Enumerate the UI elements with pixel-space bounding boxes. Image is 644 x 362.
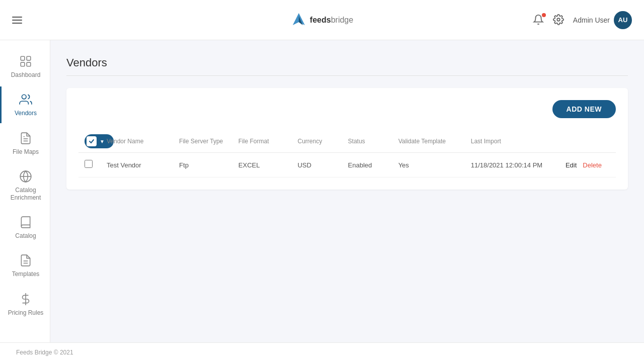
th-file-format: File Format [238, 138, 292, 145]
row-checkbox[interactable] [85, 160, 93, 168]
dashboard-icon [19, 54, 33, 68]
table-row: Test Vendor Ftp EXCEL USD Enabled Yes 11… [78, 153, 616, 177]
user-info: Admin User AU [573, 11, 632, 29]
sidebar-item-label-pricing-rules: Pricing Rules [8, 309, 44, 316]
catalog-icon [19, 215, 33, 229]
add-new-button[interactable]: ADD NEW [552, 100, 616, 118]
logo-svg [291, 12, 307, 28]
sidebar-item-vendors[interactable]: Vendors [0, 86, 50, 123]
svg-rect-4 [27, 56, 31, 60]
footer-copyright: Feeds Bridge © 2021 [16, 349, 73, 356]
check-box-inner [87, 136, 97, 146]
sidebar-item-dashboard[interactable]: Dashboard [0, 48, 50, 84]
th-vendor-name: Vendor Name [107, 138, 173, 145]
logo: feedsbridge [291, 12, 353, 28]
settings-icon[interactable] [553, 14, 565, 26]
notification-badge [542, 13, 546, 17]
avatar: AU [614, 11, 632, 29]
td-file-server: Ftp [179, 161, 232, 169]
sidebar-item-label-file-maps: File Maps [13, 148, 39, 155]
file-maps-icon [19, 131, 33, 145]
page-title: Vendors [66, 56, 628, 76]
main-content: Vendors ADD NEW ▼ [50, 40, 644, 342]
edit-link[interactable]: Edit [566, 161, 577, 169]
sidebar-item-catalog[interactable]: Catalog [0, 209, 50, 245]
col-check-header: ▼ [85, 134, 101, 148]
svg-point-7 [22, 95, 26, 100]
sidebar-item-label-templates: Templates [12, 270, 40, 278]
user-name: Admin User [573, 16, 610, 24]
svg-rect-6 [27, 62, 31, 66]
header-left [12, 17, 22, 24]
header-right: Admin User AU [533, 11, 632, 29]
sidebar-item-catalog-enrichment[interactable]: Catalog Enrichment [0, 163, 50, 207]
pricing-rules-icon [19, 292, 33, 306]
sidebar: Dashboard Vendors [0, 40, 50, 342]
td-currency: USD [297, 161, 342, 169]
table-header: ▼ Vendor Name File Server Type File Form… [78, 130, 616, 153]
th-validate: Validate Template [398, 138, 465, 145]
th-file-server: File Server Type [179, 138, 232, 145]
svg-rect-5 [21, 62, 25, 66]
td-actions: Edit Delete [566, 161, 610, 169]
svg-rect-3 [21, 56, 25, 60]
sidebar-item-label-vendors: Vendors [15, 110, 37, 117]
sidebar-item-label-catalog: Catalog [15, 232, 36, 239]
vendors-icon [19, 93, 33, 107]
header: feedsbridge Admin User AU [0, 0, 644, 40]
app-body: Dashboard Vendors [0, 40, 644, 342]
bell-icon[interactable] [533, 14, 545, 26]
hamburger-icon[interactable] [12, 17, 22, 24]
delete-link[interactable]: Delete [583, 161, 602, 169]
sidebar-item-file-maps[interactable]: File Maps [0, 125, 50, 161]
footer: Feeds Bridge © 2021 [0, 342, 644, 362]
toolbar: ADD NEW [78, 100, 616, 118]
sidebar-item-label-dashboard: Dashboard [11, 71, 41, 78]
td-validate: Yes [398, 161, 465, 169]
sidebar-item-templates[interactable]: Templates [0, 247, 50, 284]
th-last-import: Last Import [471, 138, 559, 145]
td-vendor-name: Test Vendor [107, 161, 173, 169]
td-file-format: EXCEL [238, 161, 292, 169]
row-check-cell [85, 160, 101, 170]
td-last-import: 11/18/2021 12:00:14 PM [471, 161, 559, 169]
toggle-arrow: ▼ [100, 139, 105, 144]
templates-icon [19, 253, 33, 267]
logo-text: feedsbridge [310, 16, 353, 25]
td-status: Enabled [348, 161, 392, 169]
sidebar-item-label-catalog-enrichment: Catalog Enrichment [6, 187, 46, 201]
catalog-enrichment-icon [19, 169, 33, 184]
th-status: Status [348, 138, 392, 145]
vendors-card: ADD NEW ▼ Vendor Name File [66, 88, 628, 190]
svg-point-2 [557, 18, 560, 21]
th-currency: Currency [297, 138, 342, 145]
sidebar-item-pricing-rules[interactable]: Pricing Rules [0, 286, 50, 322]
